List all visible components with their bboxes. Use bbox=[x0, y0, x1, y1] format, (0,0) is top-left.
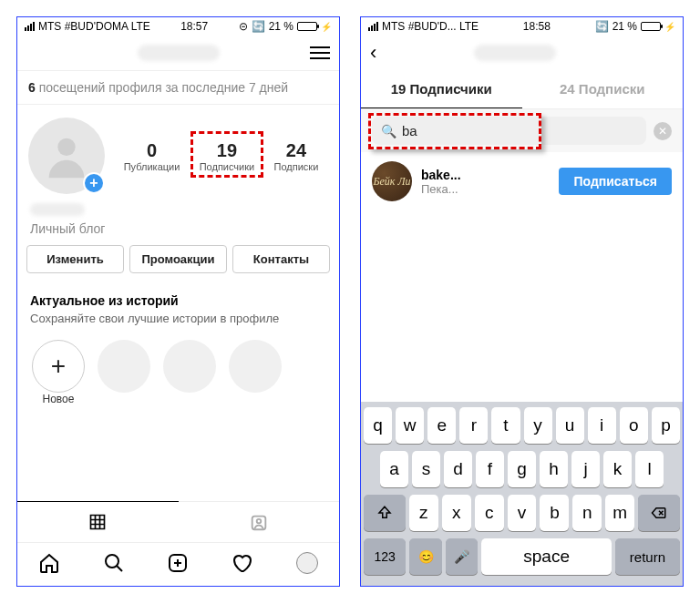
key-y[interactable]: y bbox=[524, 407, 552, 444]
tagged-tab[interactable] bbox=[179, 502, 340, 542]
search-bar-container: 🔍 ba ✕ bbox=[361, 109, 683, 152]
key-b[interactable]: b bbox=[540, 495, 569, 531]
profile-navbar bbox=[17, 36, 339, 70]
battery-percent: 21 % bbox=[612, 20, 637, 33]
new-highlight-button[interactable]: + bbox=[32, 340, 85, 393]
status-bar: MTS #BUD'DOMA LTE 18:57 ⊝ 🔄 21 % ⚡ bbox=[17, 17, 339, 36]
story-highlights-section: Актуальное из историй Сохраняйте свои лу… bbox=[17, 284, 339, 420]
key-c[interactable]: c bbox=[475, 495, 504, 531]
key-z[interactable]: z bbox=[409, 495, 438, 531]
home-icon bbox=[38, 552, 60, 574]
battery-icon bbox=[641, 22, 661, 31]
key-return[interactable]: return bbox=[615, 538, 680, 575]
stat-followers[interactable]: 19 Подписчики bbox=[200, 140, 255, 172]
key-g[interactable]: g bbox=[508, 451, 536, 487]
person-icon bbox=[40, 129, 93, 182]
visits-count: 6 bbox=[28, 80, 36, 95]
grid-tab[interactable] bbox=[17, 501, 179, 541]
rotation-lock-icon: 🔄 bbox=[252, 20, 265, 33]
phone-screen-followers: MTS #BUD'D... LTE 18:58 🔄 21 % ⚡ ‹ 19 По… bbox=[360, 16, 684, 587]
follow-button[interactable]: Подписаться bbox=[559, 168, 672, 195]
profile-avatar-small bbox=[296, 552, 318, 574]
key-mic[interactable]: 🎤 bbox=[446, 538, 479, 575]
profile-name bbox=[30, 203, 85, 216]
clear-search-button[interactable]: ✕ bbox=[654, 122, 672, 140]
key-s[interactable]: s bbox=[412, 451, 440, 487]
key-q[interactable]: q bbox=[364, 407, 392, 444]
key-v[interactable]: v bbox=[508, 495, 537, 531]
nav-profile[interactable] bbox=[274, 543, 339, 583]
key-i[interactable]: i bbox=[588, 407, 616, 444]
key-j[interactable]: j bbox=[571, 451, 600, 487]
search-result-row[interactable]: Бейк Ли bake... Пека... Подписаться bbox=[361, 152, 683, 210]
profile-visits-banner[interactable]: 6 посещений профиля за последние 7 дней bbox=[17, 70, 339, 105]
key-l[interactable]: l bbox=[635, 451, 664, 487]
carrier-text: MTS #BUD'DOMA LTE bbox=[38, 20, 150, 33]
followers-following-tabs: 19 Подписчики 24 Подписки bbox=[361, 70, 683, 109]
shift-icon bbox=[376, 505, 393, 521]
search-query: ba bbox=[402, 123, 417, 138]
dnd-icon: ⊝ bbox=[239, 20, 248, 33]
search-input[interactable]: 🔍 ba bbox=[372, 117, 646, 145]
stat-following[interactable]: 24 Подписки bbox=[274, 140, 319, 172]
svg-point-3 bbox=[106, 555, 118, 568]
clock-text: 18:57 bbox=[180, 20, 208, 33]
key-f[interactable]: f bbox=[476, 451, 504, 487]
key-p[interactable]: p bbox=[652, 407, 680, 444]
nav-activity[interactable] bbox=[211, 543, 275, 583]
charging-icon: ⚡ bbox=[664, 22, 675, 32]
nav-add[interactable] bbox=[146, 543, 211, 583]
key-o[interactable]: o bbox=[620, 407, 648, 444]
status-bar: MTS #BUD'D... LTE 18:58 🔄 21 % ⚡ bbox=[361, 17, 683, 36]
signal-icon bbox=[368, 22, 378, 31]
key-space[interactable]: space bbox=[481, 538, 611, 575]
key-e[interactable]: e bbox=[427, 407, 456, 444]
result-avatar: Бейк Ли bbox=[372, 161, 412, 201]
tagged-icon bbox=[249, 512, 269, 532]
phone-screen-profile: MTS #BUD'DOMA LTE 18:57 ⊝ 🔄 21 % ⚡ 6 пос… bbox=[16, 16, 340, 587]
result-subtitle: Пека... bbox=[421, 182, 550, 196]
rotation-lock-icon: 🔄 bbox=[595, 20, 609, 33]
tab-following[interactable]: 24 Подписки bbox=[522, 70, 684, 108]
backspace-icon bbox=[649, 505, 669, 521]
key-k[interactable]: k bbox=[603, 451, 632, 487]
username-title[interactable] bbox=[138, 45, 220, 61]
key-w[interactable]: w bbox=[396, 407, 424, 444]
key-x[interactable]: x bbox=[442, 495, 471, 531]
back-button[interactable]: ‹ bbox=[370, 41, 376, 65]
search-icon bbox=[103, 552, 125, 574]
tab-followers[interactable]: 19 Подписчики bbox=[361, 70, 522, 108]
profile-category: Личный блог bbox=[30, 221, 326, 236]
key-h[interactable]: h bbox=[540, 451, 568, 487]
svg-point-0 bbox=[57, 138, 75, 156]
nav-search[interactable] bbox=[82, 543, 147, 583]
key-t[interactable]: t bbox=[491, 407, 520, 444]
promotions-button[interactable]: Промоакции bbox=[129, 245, 227, 273]
followers-navbar: ‹ bbox=[361, 36, 683, 70]
nav-home[interactable] bbox=[17, 543, 82, 583]
key-emoji[interactable]: 😊 bbox=[409, 538, 442, 575]
add-post-icon bbox=[167, 552, 189, 574]
highlight-placeholder bbox=[98, 340, 150, 393]
svg-point-2 bbox=[256, 519, 261, 524]
carrier-text: MTS #BUD'D... LTE bbox=[382, 20, 479, 33]
contacts-button[interactable]: Контакты bbox=[232, 245, 330, 273]
charging-icon: ⚡ bbox=[321, 22, 332, 32]
edit-profile-button[interactable]: Изменить bbox=[26, 245, 124, 273]
key-u[interactable]: u bbox=[556, 407, 584, 444]
menu-icon[interactable] bbox=[310, 46, 330, 59]
highlight-placeholder bbox=[163, 340, 216, 393]
key-r[interactable]: r bbox=[459, 407, 488, 444]
key-a[interactable]: a bbox=[380, 451, 408, 487]
key-123[interactable]: 123 bbox=[364, 538, 406, 575]
clock-text: 18:58 bbox=[523, 20, 551, 33]
stat-posts[interactable]: 0 Публикации bbox=[124, 140, 180, 172]
new-highlight-label: Новое bbox=[43, 393, 75, 405]
key-m[interactable]: m bbox=[605, 495, 634, 531]
key-backspace[interactable] bbox=[638, 495, 680, 531]
add-story-badge[interactable]: + bbox=[83, 172, 105, 194]
key-n[interactable]: n bbox=[572, 495, 602, 531]
result-username: bake... bbox=[421, 168, 550, 182]
key-shift[interactable] bbox=[364, 495, 406, 531]
key-d[interactable]: d bbox=[444, 451, 472, 487]
